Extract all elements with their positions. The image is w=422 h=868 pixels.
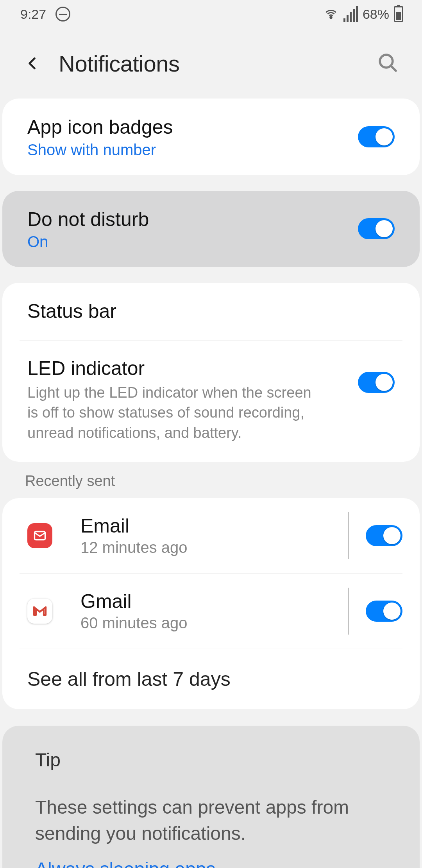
see-all-button[interactable]: See all from last 7 days <box>2 649 420 709</box>
svg-line-2 <box>391 66 396 71</box>
dnd-title: Do not disturb <box>27 207 358 232</box>
statusbar-title: Status bar <box>27 299 395 324</box>
back-button[interactable] <box>22 53 43 74</box>
battery-icon <box>394 6 403 22</box>
divider <box>348 588 349 635</box>
svg-point-0 <box>330 16 332 18</box>
search-button[interactable] <box>377 52 400 75</box>
badges-sub: Show with number <box>27 141 358 159</box>
dnd-sub: On <box>27 233 358 251</box>
page-title: Notifications <box>59 50 361 77</box>
dnd-row[interactable]: Do not disturb On <box>2 191 420 267</box>
tip-link[interactable]: Always sleeping apps <box>35 858 387 868</box>
tip-body: These settings can prevent apps from sen… <box>35 794 387 846</box>
led-row[interactable]: LED indicator Light up the LED indicator… <box>2 341 420 462</box>
email-name: Email <box>80 515 331 537</box>
email-toggle[interactable] <box>366 525 402 546</box>
divider <box>348 512 349 559</box>
app-icon-badges-row[interactable]: App icon badges Show with number <box>2 99 420 175</box>
dnd-status-icon <box>55 7 70 22</box>
led-toggle[interactable] <box>358 372 395 393</box>
gmail-time: 60 minutes ago <box>80 614 331 632</box>
badges-title: App icon badges <box>27 115 358 140</box>
gmail-name: Gmail <box>80 590 331 613</box>
dnd-toggle[interactable] <box>358 218 395 239</box>
led-title: LED indicator <box>27 356 358 381</box>
gmail-toggle[interactable] <box>366 601 402 622</box>
recent-app-gmail[interactable]: Gmail 60 minutes ago <box>2 574 420 649</box>
status-time: 9:27 <box>20 7 46 22</box>
signal-icon <box>343 6 358 22</box>
wifi-icon <box>323 7 339 21</box>
gmail-app-icon <box>27 599 52 624</box>
tip-card: Tip These settings can prevent apps from… <box>2 726 420 868</box>
recent-app-email[interactable]: Email 12 minutes ago <box>2 498 420 573</box>
header: Notifications <box>0 28 422 99</box>
email-app-icon <box>27 523 52 548</box>
badges-toggle[interactable] <box>358 126 395 147</box>
email-time: 12 minutes ago <box>80 539 331 556</box>
tip-title: Tip <box>35 749 387 771</box>
status-bar-row[interactable]: Status bar <box>2 283 420 340</box>
led-desc: Light up the LED indicator when the scre… <box>27 383 324 443</box>
recently-sent-label: Recently sent <box>0 462 422 498</box>
battery-percent: 68% <box>363 7 389 22</box>
status-bar: 9:27 68% <box>0 0 422 28</box>
